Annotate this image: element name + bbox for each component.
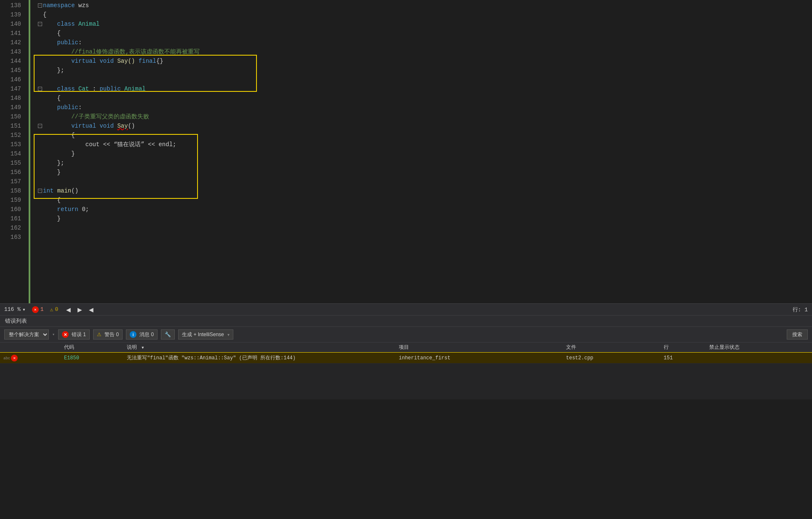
code-line-146 <box>38 75 812 84</box>
col-header-desc[interactable]: 说明 ▼ <box>123 342 376 353</box>
error-row-file: test2.cpp <box>563 353 660 364</box>
warning-btn-label: 警告 0 <box>104 331 119 338</box>
error-count: 1 <box>40 306 44 313</box>
code-line-141: { <box>38 29 812 38</box>
error-row-project: inheritance_first <box>395 353 563 364</box>
search-btn-label: 搜索 <box>792 332 802 337</box>
line-numbers: 1381391401411421431441451461471481491501… <box>0 0 25 303</box>
code-line-153: cout << “猫在说话” << endl; <box>38 140 812 149</box>
error-row-icon: abc✕ <box>0 353 61 364</box>
scope-select[interactable]: 整个解决方案 <box>4 329 49 340</box>
fold-column <box>25 0 34 303</box>
code-line-145: }; <box>38 66 812 75</box>
build-label: 生成 + IntelliSense <box>182 331 224 338</box>
code-line-162 <box>38 223 812 233</box>
error-row-description: 无法重写"final"函数 "wzs::Animal::Say" (已声明 所在… <box>123 353 376 364</box>
fold-icon-158[interactable]: − <box>38 189 42 193</box>
line-column: 行: 1 <box>793 306 808 313</box>
code-line-144: virtual void Say() final{} <box>38 56 812 66</box>
status-bar: 116 % ▾ ✕ 1 ⚠ 0 ◀ ▶ ◀ 行: 1 <box>0 303 812 315</box>
error-panel-title-text: 错误列表 <box>5 318 27 324</box>
warning-filter-btn[interactable]: ⚠ 警告 0 <box>93 329 123 340</box>
code-line-154: } <box>38 149 812 158</box>
build-dropdown-icon: ▾ <box>227 332 230 337</box>
filter-arrow-btn[interactable]: ◀ <box>87 305 95 314</box>
zoom-control[interactable]: 116 % ▾ <box>4 306 26 313</box>
code-line-149: public: <box>38 103 812 112</box>
code-line-143: //final修饰虚函数,表示该虚函数不能再被重写 <box>38 47 812 56</box>
code-line-140: − class Animal <box>38 19 812 29</box>
code-editor[interactable]: 1381391401411421431441451461471481491501… <box>0 0 812 303</box>
error-table-container: 代码 说明 ▼ 项目 文件 行 <box>0 342 812 364</box>
fold-icon-140[interactable]: − <box>38 22 42 26</box>
search-btn[interactable]: 搜索 <box>787 329 808 340</box>
code-line-152: { <box>38 131 812 140</box>
col-header-project[interactable]: 项目 <box>395 342 563 353</box>
error-filter-btn[interactable]: ✕ 错误 1 <box>58 329 90 340</box>
warning-count: 0 <box>55 306 58 313</box>
next-arrow-btn[interactable]: ▶ <box>76 305 84 314</box>
code-line-142: public: <box>38 38 812 47</box>
message-filter-icon: i <box>130 331 136 338</box>
filter-icon-btn[interactable]: 🔧 <box>161 329 175 340</box>
fold-icon-147[interactable]: − <box>38 87 42 91</box>
message-filter-btn[interactable]: i 消息 0 <box>126 329 158 340</box>
code-line-155: }; <box>38 158 812 168</box>
build-select-btn[interactable]: 生成 + IntelliSense ▾ <box>178 329 233 340</box>
code-line-156: } <box>38 168 812 177</box>
status-arrows: ◀ ▶ ◀ <box>64 305 95 314</box>
col-header-suppress[interactable]: 禁止显示状态 <box>706 342 812 353</box>
error-table: 代码 说明 ▼ 项目 文件 行 <box>0 342 812 364</box>
table-row[interactable]: abc✕E1850无法重写"final"函数 "wzs::Animal::Say… <box>0 353 812 364</box>
code-line-161: } <box>38 214 812 223</box>
code-line-158: −int main() <box>38 186 812 195</box>
error-row-line: 151 <box>660 353 706 364</box>
code-line-150: //子类重写父类的虚函数失败 <box>38 112 812 121</box>
fold-icon-151[interactable]: − <box>38 124 42 128</box>
error-row-code: E1850 <box>61 353 123 364</box>
zoom-dropdown-icon[interactable]: ▾ <box>22 306 26 313</box>
code-line-163 <box>38 233 812 242</box>
error-row-suppress <box>706 353 812 364</box>
status-warning: ⚠ 0 <box>50 306 59 313</box>
warning-icon: ⚠ <box>50 306 53 313</box>
col-header-line[interactable]: 行 <box>660 342 706 353</box>
table-header-row: 代码 说明 ▼ 项目 文件 行 <box>0 342 812 353</box>
error-panel-title: 错误列表 <box>0 316 812 327</box>
message-btn-label: 消息 0 <box>139 331 154 338</box>
error-panel: 错误列表 整个解决方案 ▾ ✕ 错误 1 ⚠ 警告 0 i 消息 0 🔧 生成 … <box>0 315 812 399</box>
col-header-file[interactable]: 文件 <box>563 342 660 353</box>
col-header-extra <box>376 342 395 353</box>
status-error: ✕ 1 <box>32 306 44 313</box>
fold-icon-138[interactable]: − <box>38 3 42 8</box>
code-area[interactable]: −namespace wzs{− class Animal { public: … <box>34 0 812 303</box>
error-type-icon: ✕ <box>11 355 18 361</box>
code-line-139: { <box>38 10 812 19</box>
filter-icon: 🔧 <box>165 332 171 337</box>
code-line-138: −namespace wzs <box>38 1 812 10</box>
sort-icon: ▼ <box>142 346 144 350</box>
col-header-icon <box>0 342 61 353</box>
code-line-148: { <box>38 94 812 103</box>
warning-filter-icon: ⚠ <box>97 332 102 337</box>
code-line-159: { <box>38 195 812 205</box>
prev-arrow-btn[interactable]: ◀ <box>64 305 72 314</box>
scope-dropdown-icon: ▾ <box>52 332 55 337</box>
code-line-147: − class Cat : public Animal <box>38 84 812 94</box>
error-toolbar: 整个解决方案 ▾ ✕ 错误 1 ⚠ 警告 0 i 消息 0 🔧 生成 + Int… <box>0 327 812 342</box>
code-line-160: return 0; <box>38 205 812 214</box>
error-icon: ✕ <box>32 306 39 313</box>
code-line-151: − virtual void Say() <box>38 121 812 131</box>
error-filter-icon: ✕ <box>62 331 69 338</box>
col-header-code[interactable]: 代码 <box>61 342 123 353</box>
zoom-label: 116 % <box>4 306 21 313</box>
code-line-157 <box>38 177 812 186</box>
error-btn-label: 错误 1 <box>72 331 86 338</box>
